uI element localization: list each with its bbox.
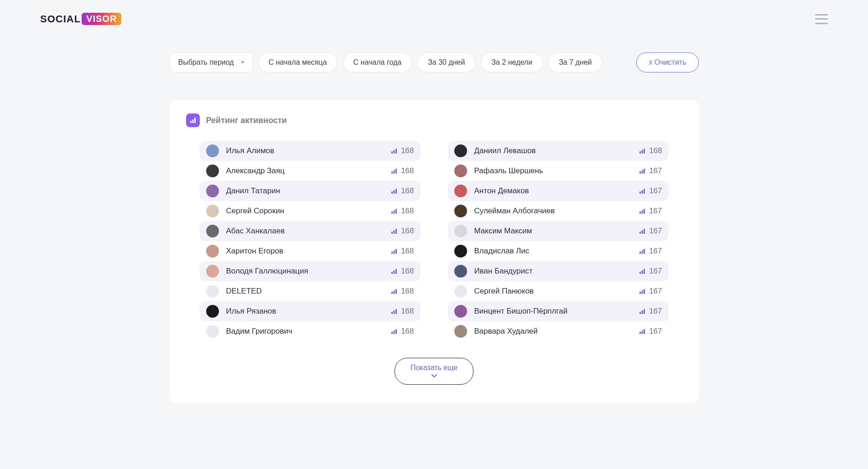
avatar bbox=[454, 225, 467, 237]
user-name: Александр Заяц bbox=[226, 166, 391, 175]
period-select[interactable]: Выбрать период bbox=[170, 52, 253, 72]
activity-chart-icon bbox=[186, 113, 200, 127]
user-name: Даниил Левашов bbox=[474, 146, 639, 155]
avatar bbox=[206, 165, 219, 177]
avatar bbox=[454, 325, 467, 338]
user-row[interactable]: Максим Максим167 bbox=[448, 221, 669, 241]
avatar bbox=[206, 305, 219, 318]
svg-rect-5 bbox=[395, 149, 397, 154]
bar-chart-icon bbox=[391, 248, 397, 254]
score: 168 bbox=[391, 267, 414, 276]
score-value: 168 bbox=[649, 146, 662, 155]
show-more-label: Показать еще bbox=[411, 364, 457, 372]
user-row[interactable]: Илья Рязанов168 bbox=[200, 301, 421, 321]
bar-chart-icon bbox=[639, 328, 645, 335]
user-name: Иван Бандурист bbox=[474, 267, 639, 276]
score-value: 167 bbox=[649, 186, 662, 196]
bar-chart-icon bbox=[639, 228, 645, 234]
avatar bbox=[206, 225, 219, 237]
user-row[interactable]: Рафаэль Шершень167 bbox=[448, 161, 669, 181]
user-row[interactable]: Сулейман Албогачиев167 bbox=[448, 201, 669, 221]
user-row[interactable]: Данил Татарин168 bbox=[200, 181, 421, 201]
user-name: Харитон Егоров bbox=[226, 247, 391, 256]
svg-rect-0 bbox=[190, 121, 192, 123]
score-value: 167 bbox=[649, 267, 662, 276]
user-row[interactable]: Харитон Егоров168 bbox=[200, 241, 421, 261]
svg-rect-35 bbox=[644, 149, 645, 154]
score: 168 bbox=[391, 327, 414, 336]
user-row[interactable]: Володя Галлюцинация168 bbox=[200, 261, 421, 281]
user-row[interactable]: Варвара Худалей167 bbox=[448, 321, 669, 341]
avatar bbox=[454, 285, 467, 298]
show-more-button[interactable]: Показать еще bbox=[395, 358, 473, 385]
score-value: 168 bbox=[401, 146, 414, 155]
score-value: 167 bbox=[649, 327, 662, 336]
bar-chart-icon bbox=[639, 308, 645, 314]
user-row[interactable]: Сергей Сорокин168 bbox=[200, 201, 421, 221]
filter-chip-4[interactable]: За 7 дней bbox=[548, 52, 602, 72]
filter-chip-1[interactable]: С начала года bbox=[343, 52, 412, 72]
svg-rect-15 bbox=[391, 232, 393, 234]
user-row[interactable]: DELETED168 bbox=[200, 281, 421, 301]
user-name: Сулейман Албогачиев bbox=[474, 206, 639, 216]
user-name: Максим Максим bbox=[474, 227, 639, 236]
svg-rect-45 bbox=[639, 232, 641, 234]
score: 168 bbox=[391, 166, 414, 175]
user-row[interactable]: Вадим Григорович168 bbox=[200, 321, 421, 341]
score: 168 bbox=[639, 146, 662, 155]
bar-chart-icon bbox=[639, 168, 645, 174]
filter-chip-3[interactable]: За 2 недели bbox=[481, 52, 543, 72]
score-value: 167 bbox=[649, 247, 662, 256]
filter-chip-2[interactable]: За 30 дней bbox=[417, 52, 475, 72]
svg-rect-47 bbox=[644, 229, 645, 234]
avatar bbox=[206, 185, 219, 197]
avatar bbox=[454, 205, 467, 217]
user-row[interactable]: Илья Алимов168 bbox=[200, 141, 421, 161]
user-row[interactable]: Сергей Панюков167 bbox=[448, 281, 669, 301]
score-value: 168 bbox=[401, 227, 414, 236]
menu-icon[interactable] bbox=[815, 14, 828, 24]
avatar bbox=[206, 245, 219, 258]
period-select-label: Выбрать период bbox=[178, 58, 234, 66]
avatar bbox=[206, 265, 219, 278]
user-name: Володя Галлюцинация bbox=[226, 267, 391, 276]
bar-chart-icon bbox=[391, 168, 397, 174]
score: 167 bbox=[639, 227, 662, 236]
svg-rect-54 bbox=[639, 292, 641, 294]
svg-rect-20 bbox=[395, 249, 397, 254]
user-row[interactable]: Владислав Лис167 bbox=[448, 241, 669, 261]
user-row[interactable]: Винцент Бишоп-Пёрплгай167 bbox=[448, 301, 669, 321]
avatar bbox=[206, 325, 219, 338]
clear-button[interactable]: х Очистить bbox=[636, 52, 698, 72]
svg-rect-48 bbox=[639, 252, 641, 254]
svg-rect-31 bbox=[394, 330, 395, 334]
svg-rect-49 bbox=[642, 250, 643, 254]
user-row[interactable]: Иван Бандурист167 bbox=[448, 261, 669, 281]
filter-chip-0[interactable]: С начала месяца bbox=[258, 52, 338, 72]
svg-rect-8 bbox=[395, 169, 397, 174]
user-name: Илья Алимов bbox=[226, 146, 391, 155]
user-row[interactable]: Абас Ханкалаев168 bbox=[200, 221, 421, 241]
user-name: Рафаэль Шершень bbox=[474, 166, 639, 175]
score-value: 168 bbox=[401, 287, 414, 296]
bar-chart-icon bbox=[391, 288, 397, 294]
svg-rect-59 bbox=[644, 309, 645, 314]
score: 168 bbox=[391, 227, 414, 236]
user-row[interactable]: Александр Заяц168 bbox=[200, 161, 421, 181]
logo[interactable]: SOCIAL VISOR bbox=[40, 13, 121, 25]
svg-rect-16 bbox=[394, 230, 395, 234]
svg-rect-51 bbox=[639, 272, 641, 274]
avatar bbox=[454, 265, 467, 278]
svg-rect-40 bbox=[642, 190, 643, 194]
svg-rect-44 bbox=[644, 209, 645, 214]
user-row[interactable]: Даниил Левашов168 bbox=[448, 141, 669, 161]
bar-chart-icon bbox=[391, 228, 397, 234]
svg-rect-29 bbox=[395, 309, 397, 314]
user-row[interactable]: Антон Демаков167 bbox=[448, 181, 669, 201]
bar-chart-icon bbox=[639, 248, 645, 254]
svg-rect-46 bbox=[642, 230, 643, 234]
bar-chart-icon bbox=[639, 268, 645, 274]
score: 168 bbox=[391, 206, 414, 216]
avatar bbox=[206, 205, 219, 217]
svg-rect-52 bbox=[642, 270, 643, 274]
